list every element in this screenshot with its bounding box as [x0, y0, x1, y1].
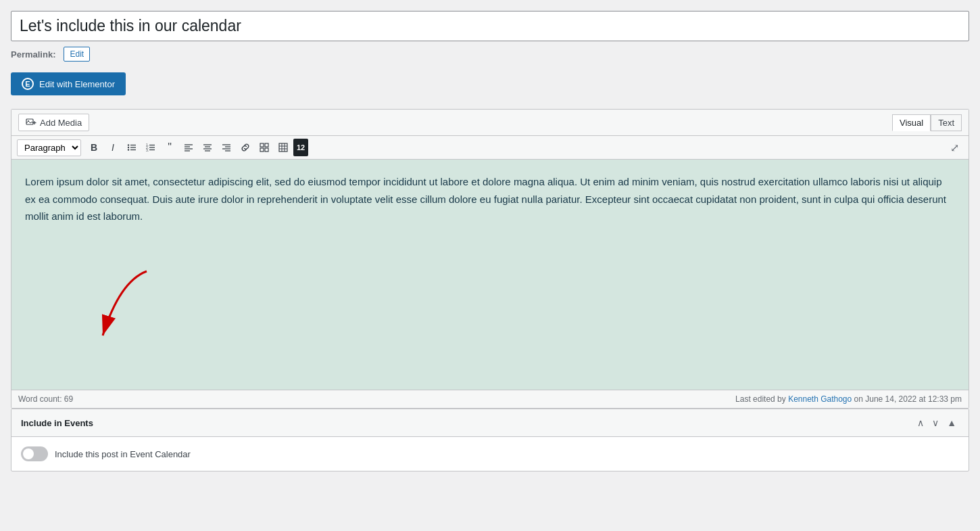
ordered-list-button[interactable]: 1.2.3. [142, 139, 160, 156]
svg-text:3.: 3. [146, 148, 149, 152]
svg-point-8 [128, 149, 129, 150]
last-edited-user-link[interactable]: Kenneth Gathogo [788, 394, 852, 404]
collapse-down-button[interactable]: ∨ [929, 416, 941, 430]
align-center-icon [203, 143, 212, 152]
add-media-button[interactable]: Add Media [18, 114, 89, 131]
toggle-slider [21, 446, 48, 461]
post-title-input[interactable]: Let's include this in our calendar [11, 11, 969, 41]
tab-visual[interactable]: Visual [892, 114, 931, 131]
svg-rect-28 [260, 143, 264, 147]
more-icon [260, 143, 269, 152]
permalink-row: Permalink: Edit [11, 47, 969, 62]
svg-point-4 [128, 144, 129, 145]
more-formats-button[interactable]: 12 [293, 139, 308, 156]
toggle-label-text: Include this post in Event Calendar [55, 449, 191, 459]
align-right-icon [222, 143, 231, 152]
event-calendar-toggle[interactable] [21, 446, 48, 461]
svg-rect-30 [260, 148, 264, 152]
align-left-button[interactable] [180, 139, 197, 156]
table-icon [278, 143, 288, 152]
align-center-button[interactable] [199, 139, 216, 156]
ol-icon: 1.2.3. [146, 143, 155, 152]
svg-rect-31 [265, 148, 268, 152]
editor-footer: Word count: 69 Last edited by Kenneth Ga… [11, 390, 969, 408]
include-events-body: Include this post in Event Calendar [11, 437, 969, 471]
edit-elementor-button[interactable]: E Edit with Elementor [11, 72, 126, 95]
elementor-icon: E [22, 78, 34, 90]
permalink-label: Permalink: [11, 49, 55, 60]
paragraph-select[interactable]: Paragraph [17, 139, 81, 156]
ul-icon [127, 143, 137, 152]
italic-button[interactable]: I [104, 139, 122, 156]
word-count: Word count: 69 [18, 394, 73, 404]
toolbar-row: Paragraph B I 1.2.3. " [11, 136, 969, 160]
svg-point-6 [128, 147, 129, 148]
edit-elementor-label: Edit with Elementor [39, 79, 115, 89]
link-icon [241, 143, 250, 152]
include-events-title: Include in Events [21, 418, 93, 428]
red-arrow [66, 268, 174, 349]
editor-content-area[interactable]: Lorem ipsum dolor sit amet, consectetur … [11, 160, 969, 390]
editor-content-text: Lorem ipsum dolor sit amet, consectetur … [25, 173, 955, 225]
editor-top-bar: Add Media Visual Text [11, 110, 969, 136]
more-button[interactable] [255, 139, 273, 156]
include-events-section: Include in Events ∧ ∨ ▲ Include this pos… [11, 409, 969, 471]
edit-permalink-button[interactable]: Edit [64, 47, 90, 62]
toggle-section-button[interactable]: ▲ [944, 416, 959, 430]
bold-button[interactable]: B [85, 139, 103, 156]
align-left-icon [184, 143, 193, 152]
expand-editor-button[interactable]: ⤢ [946, 139, 963, 156]
link-button[interactable] [237, 139, 254, 156]
editor-container: Add Media Visual Text Paragraph B I 1.2.… [11, 109, 969, 409]
header-controls: ∧ ∨ ▲ [914, 416, 959, 430]
unordered-list-button[interactable] [123, 139, 141, 156]
svg-rect-32 [279, 143, 287, 152]
table-button[interactable] [274, 139, 292, 156]
align-right-button[interactable] [218, 139, 235, 156]
svg-rect-29 [265, 143, 268, 147]
last-edited: Last edited by Kenneth Gathogo on June 1… [735, 394, 962, 404]
blockquote-button[interactable]: " [161, 139, 178, 156]
visual-text-tabs: Visual Text [892, 114, 962, 131]
media-icon [26, 117, 36, 128]
add-media-label: Add Media [40, 118, 82, 128]
collapse-up-button[interactable]: ∧ [914, 416, 927, 430]
include-events-header: Include in Events ∧ ∨ ▲ [11, 409, 969, 437]
tab-text[interactable]: Text [931, 114, 962, 131]
